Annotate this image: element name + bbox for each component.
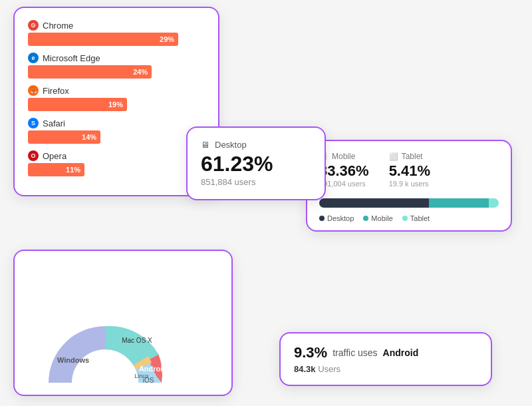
tablet-breakdown: ⬜ Tablet 5.41% 19.9 k users: [389, 152, 430, 188]
browser-bar-wrap: 24%: [28, 65, 205, 79]
firefox-icon: 🦊: [28, 85, 39, 96]
os-card: Windows Mac OS X Android iOS Linux: [13, 250, 233, 396]
browser-label: S Safari: [28, 118, 205, 128]
browser-name: Safari: [43, 118, 65, 128]
browser-bar: 14%: [28, 130, 100, 144]
browser-bar-wrap: 11%: [28, 163, 205, 176]
chrome-icon: ⊙: [28, 20, 39, 31]
android-percent: 9.3%: [294, 344, 327, 361]
svg-text:Mac OS X: Mac OS X: [122, 337, 152, 344]
breakdown-card: 📱 Mobile 33.36% 291,004 users ⬜ Tablet 5…: [306, 140, 512, 232]
browser-name: Firefox: [43, 86, 69, 96]
browser-bar-label: 24%: [133, 68, 148, 76]
tablet-icon: ⬜: [389, 152, 398, 161]
browser-bar: 19%: [28, 98, 127, 111]
device-progress-bar: [319, 198, 499, 208]
browser-bar: 24%: [28, 65, 152, 79]
android-highlight: Android: [383, 347, 419, 358]
browser-name: Chrome: [43, 21, 73, 31]
browser-label: O Opera: [28, 150, 205, 161]
browser-row: e Microsoft Edge 24%: [28, 53, 205, 79]
legend-tablet-dot: [402, 216, 408, 221]
legend-tablet: Tablet: [402, 214, 430, 222]
svg-text:Linux: Linux: [134, 373, 149, 379]
browser-bar-wrap: 19%: [28, 98, 205, 111]
android-text-before: traffic uses: [332, 347, 377, 358]
browser-bar-label: 29%: [160, 35, 174, 43]
mobile-percent: 33.36%: [319, 162, 369, 180]
device-percent: 61.23%: [201, 152, 311, 176]
legend-desktop-dot: [319, 216, 325, 221]
opera-icon: O: [28, 150, 39, 161]
tablet-progress: [489, 198, 499, 208]
device-label: 🖥 Desktop: [201, 140, 311, 150]
safari-icon: S: [28, 118, 39, 128]
tablet-percent: 5.41%: [389, 162, 430, 180]
android-users: 84.3k Users: [294, 364, 477, 374]
browser-bar-label: 19%: [108, 101, 123, 108]
browser-label: ⊙ Chrome: [28, 20, 205, 31]
browser-bar: 29%: [28, 33, 178, 46]
breakdown-items: 📱 Mobile 33.36% 291,004 users ⬜ Tablet 5…: [319, 152, 499, 188]
desktop-progress: [319, 198, 429, 208]
microsoft-edge-icon: e: [28, 53, 39, 63]
browser-bar-label: 11%: [66, 166, 80, 174]
browser-bar-wrap: 29%: [28, 33, 205, 46]
legend-desktop: Desktop: [319, 214, 354, 222]
browser-bar: 11%: [28, 163, 84, 176]
browser-name: Microsoft Edge: [43, 53, 100, 63]
mobile-progress: [429, 198, 489, 208]
browser-name: Opera: [43, 151, 66, 161]
browser-label: 🦊 Firefox: [28, 85, 205, 96]
svg-text:Windows: Windows: [57, 356, 89, 364]
android-stat-card: 9.3% traffic uses Android 84.3k Users: [279, 332, 492, 386]
desktop-icon: 🖥: [201, 140, 209, 150]
legend-mobile: Mobile: [363, 214, 392, 222]
mobile-breakdown: 📱 Mobile 33.36% 291,004 users: [319, 152, 369, 188]
browser-row: O Opera 11%: [28, 150, 205, 176]
tablet-users: 19.9 k users: [389, 180, 430, 188]
mobile-users: 291,004 users: [319, 180, 369, 188]
browser-bar-wrap: 14%: [28, 130, 205, 144]
android-stat-top: 9.3% traffic uses Android: [294, 344, 477, 361]
browser-bar-label: 14%: [82, 133, 96, 141]
browser-row: S Safari 14%: [28, 118, 205, 144]
os-donut: Windows Mac OS X Android iOS Linux: [25, 260, 185, 386]
browser-label: e Microsoft Edge: [28, 53, 205, 63]
browser-row: ⊙ Chrome 29%: [28, 20, 205, 46]
svg-text:Android: Android: [139, 365, 167, 373]
legend: Desktop Mobile Tablet: [319, 214, 499, 222]
device-users: 851,884 users: [201, 177, 311, 187]
device-card: 🖥 Desktop 61.23% 851,884 users: [186, 126, 326, 200]
browser-row: 🦊 Firefox 19%: [28, 85, 205, 111]
legend-mobile-dot: [363, 216, 368, 221]
